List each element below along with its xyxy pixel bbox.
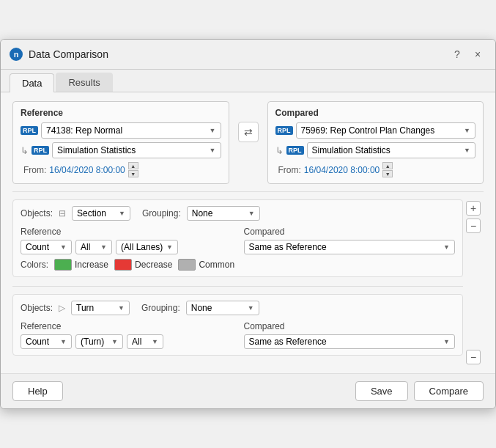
- decrease-label: Decrease: [135, 260, 172, 270]
- turn-comp-col: Compared Same as Reference ▼: [244, 321, 456, 349]
- tab-bar: Data Results: [1, 70, 495, 92]
- color-decrease: Decrease: [114, 259, 172, 271]
- section-grouping-arrow: ▼: [248, 210, 255, 217]
- ref-dropdown1[interactable]: 74138: Rep Normal ▼: [41, 122, 221, 139]
- section-grouping-dropdown[interactable]: None ▼: [187, 206, 260, 221]
- section-objects-row: Objects: ⊟ Section ▼ Grouping: None ▼: [21, 206, 455, 221]
- turn-grouping-dropdown[interactable]: None ▼: [186, 301, 259, 315]
- turn-grouping-label: Grouping:: [141, 303, 180, 313]
- increase-swatch: [54, 259, 72, 271]
- section-ref-lanes-dropdown[interactable]: (All Lanes) ▼: [116, 240, 178, 254]
- comp-dropdown2-row: ↳ RPL Simulation Statistics ▼: [275, 142, 476, 158]
- ref-indent: ↳: [21, 145, 29, 156]
- section-ref-label: Reference: [21, 227, 232, 237]
- comp-from-row: From: 16/04/2020 8:00:00 ▲ ▼: [275, 162, 476, 177]
- compared-group-label: Compared: [275, 108, 476, 118]
- turn-grouping-arrow: ▼: [248, 304, 254, 312]
- ref-from-row: From: 16/04/2020 8:00:00 ▲ ▼: [21, 162, 221, 177]
- ref-from-label: From:: [23, 165, 46, 175]
- window: n Data Comparison ? × Data Results Refer…: [0, 39, 496, 409]
- color-increase: Increase: [54, 259, 108, 271]
- turn-block: Objects: ▷ Turn ▼ Grouping: None ▼: [12, 294, 463, 356]
- tab-results[interactable]: Results: [56, 73, 112, 92]
- colors-label: Colors:: [21, 260, 48, 270]
- reference-compare-row: Reference RPL 74138: Rep Normal ▼ ↳ RPL …: [12, 101, 484, 184]
- comp-from-label: From:: [278, 165, 301, 175]
- turn-ref-label: Reference: [21, 321, 232, 331]
- ref-dropdown2[interactable]: Simulation Statistics ▼: [52, 142, 221, 158]
- comp-dropdown2[interactable]: Simulation Statistics ▼: [307, 142, 476, 158]
- window-title: Data Comparison: [29, 48, 443, 60]
- turn-objects-dropdown[interactable]: Turn ▼: [71, 301, 130, 315]
- remove-turn-button[interactable]: −: [466, 350, 481, 364]
- ref-dropdown2-row: ↳ RPL Simulation Statistics ▼: [21, 142, 221, 158]
- turn-ref-all-dropdown[interactable]: All ▼: [127, 334, 163, 349]
- section-comp-label: Compared: [244, 227, 456, 237]
- comp-dropdown1[interactable]: 75969: Rep Control Plan Changes ▼: [296, 122, 476, 139]
- turn-ref-count-dropdown[interactable]: Count ▼: [21, 334, 72, 349]
- help-button[interactable]: Help: [12, 381, 63, 401]
- section-objects-icon: ⊟: [59, 208, 66, 219]
- main-content: Reference RPL 74138: Rep Normal ▼ ↳ RPL …: [1, 92, 495, 373]
- comp-rpl-icon1: RPL: [275, 126, 293, 135]
- tab-data[interactable]: Data: [10, 73, 54, 92]
- common-label: Common: [199, 260, 234, 270]
- section-comp-col: Compared Same as Reference ▼: [244, 227, 456, 254]
- turn-objects-label: Objects:: [21, 303, 53, 313]
- turn-comp-dropdown[interactable]: Same as Reference ▼: [244, 334, 456, 349]
- increase-label: Increase: [75, 260, 108, 270]
- title-bar-controls: ? ×: [448, 45, 486, 63]
- comp-from-value: 16/04/2020 8:00:00: [304, 165, 380, 175]
- compare-button[interactable]: Compare: [414, 381, 484, 401]
- section-grouping-label: Grouping:: [142, 208, 181, 219]
- decrease-swatch: [114, 259, 132, 271]
- ref-from-value: 16/04/2020 8:00:00: [49, 165, 125, 175]
- turn-comp-label: Compared: [244, 321, 456, 331]
- title-bar: n Data Comparison ? ×: [1, 40, 495, 70]
- section-ref-col: Reference Count ▼ All ▼: [21, 227, 232, 254]
- comp-from-up[interactable]: ▲: [382, 162, 393, 169]
- ref-dropdown1-arrow: ▼: [210, 127, 216, 134]
- comp-indent: ↳: [275, 145, 284, 156]
- turn-objects-icon: ▷: [59, 303, 65, 313]
- compared-group: Compared RPL 75969: Rep Control Plan Cha…: [267, 101, 484, 184]
- comp-from-spinner[interactable]: ▲ ▼: [382, 162, 393, 177]
- main-area: Objects: ⊟ Section ▼ Grouping: None ▼: [12, 199, 484, 364]
- section-ref-all-dropdown[interactable]: All ▼: [75, 240, 112, 254]
- ref-dropdown2-arrow: ▼: [210, 147, 216, 154]
- ref-from-down[interactable]: ▼: [128, 170, 138, 177]
- save-button[interactable]: Save: [355, 381, 408, 401]
- ref-rpl-icon1: RPL: [21, 126, 38, 135]
- comp-dropdown2-arrow: ▼: [464, 147, 470, 154]
- turn-ref-turn-dropdown[interactable]: (Turn) ▼: [75, 334, 123, 349]
- ref-from-up[interactable]: ▲: [128, 162, 138, 169]
- colors-row: Colors: Increase Decrease Common: [21, 259, 455, 271]
- comp-dropdown1-arrow: ▼: [464, 127, 470, 134]
- ref-dropdown1-row: RPL 74138: Rep Normal ▼: [21, 122, 221, 139]
- main-left: Objects: ⊟ Section ▼ Grouping: None ▼: [12, 199, 463, 364]
- reference-group-label: Reference: [21, 108, 221, 118]
- turn-ref-col: Reference Count ▼ (Turn) ▼: [21, 321, 232, 349]
- common-swatch: [178, 259, 196, 271]
- side-buttons: + − −: [463, 199, 484, 364]
- turn-objects-arrow: ▼: [118, 304, 125, 312]
- help-button[interactable]: ?: [448, 45, 466, 63]
- remove-section-button[interactable]: −: [466, 219, 481, 233]
- divider1: [12, 191, 484, 192]
- section-objects-dropdown[interactable]: Section ▼: [72, 206, 130, 221]
- close-button[interactable]: ×: [469, 45, 486, 63]
- footer-right: Save Compare: [355, 381, 484, 401]
- section-block: Objects: ⊟ Section ▼ Grouping: None ▼: [12, 199, 463, 277]
- comp-dropdown1-row: RPL 75969: Rep Control Plan Changes ▼: [275, 122, 476, 139]
- swap-button[interactable]: ⇄: [238, 122, 259, 142]
- divider2: [12, 286, 463, 287]
- reference-group: Reference RPL 74138: Rep Normal ▼ ↳ RPL …: [12, 101, 229, 184]
- comp-from-down[interactable]: ▼: [382, 170, 393, 177]
- section-comp-dropdown[interactable]: Same as Reference ▼: [244, 240, 456, 254]
- ref-from-spinner[interactable]: ▲ ▼: [128, 162, 138, 177]
- add-block-button[interactable]: +: [466, 201, 481, 216]
- turn-objects-row: Objects: ▷ Turn ▼ Grouping: None ▼: [21, 301, 455, 315]
- ref-rpl-icon2: RPL: [32, 146, 49, 155]
- app-icon: n: [10, 48, 23, 61]
- section-ref-count-dropdown[interactable]: Count ▼: [21, 240, 72, 254]
